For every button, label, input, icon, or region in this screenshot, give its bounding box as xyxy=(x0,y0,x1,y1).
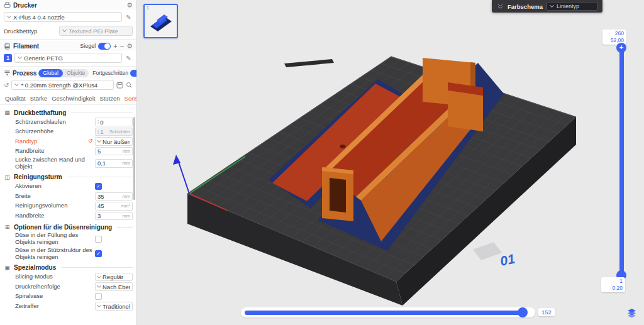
text-input[interactable]: 3mm xyxy=(95,212,133,221)
tab-qualität[interactable]: Qualität xyxy=(5,95,26,102)
input-value: 35 xyxy=(97,193,121,200)
advanced-toggle[interactable] xyxy=(130,70,137,77)
bed-type-value: Textured PEI Plate xyxy=(69,28,129,35)
collapse-legend-icon[interactable] xyxy=(497,3,504,9)
layer-slider-top-handle[interactable]: + xyxy=(616,43,626,53)
section-divider xyxy=(71,113,133,113)
process-preset-select[interactable]: * 0.20mm Strength @XPlus4 xyxy=(11,80,114,90)
scope-objects[interactable]: Objekte xyxy=(63,70,89,76)
setting-label: Lücke zwischen Rand und Objekt xyxy=(4,157,95,170)
printer-gear-icon[interactable]: ⚙ xyxy=(126,2,133,9)
filament-edit-icon[interactable]: ✎ xyxy=(125,55,133,62)
select-value: Nur äußerer .. xyxy=(103,138,130,145)
select[interactable]: Regulär xyxy=(95,273,133,282)
bed-type-label: Druckbetttyp xyxy=(4,28,57,35)
tab-stützen[interactable]: Stützen xyxy=(99,95,119,102)
setting-row: Slicing-ModusRegulär xyxy=(4,273,133,282)
layer-slider-track[interactable] xyxy=(619,48,624,279)
chevron-down-icon xyxy=(18,55,22,59)
spinner-arrows[interactable]: ▴▾ xyxy=(97,119,99,124)
bed-type-select[interactable]: Textured PEI Plate xyxy=(59,26,133,36)
input-unit: Schichten xyxy=(109,129,130,135)
layers-view-button[interactable] xyxy=(626,307,637,318)
siegel-label: Siegel xyxy=(80,43,96,49)
setting-label: Düse in der Füllung des Objekts reinigen xyxy=(4,232,95,246)
spinner-arrows[interactable]: ▴▾ xyxy=(97,129,99,135)
select[interactable]: Nur äußerer .. xyxy=(95,137,133,146)
process-header: Prozess Global Objekte Fortgeschritten xyxy=(0,68,136,78)
search-icon[interactable] xyxy=(126,82,133,89)
input-unit: mm xyxy=(123,160,131,166)
setting-label: Düse in der Stützstruktur des Objekts re… xyxy=(4,247,95,261)
process-preset-row: ↺ * 0.20mm Strength @XPlus4 xyxy=(0,78,136,92)
layers-icon xyxy=(626,307,637,318)
text-input[interactable]: 45mm³ xyxy=(95,202,133,211)
checkbox[interactable] xyxy=(95,293,102,300)
plate-thumbnail-preview xyxy=(145,5,177,37)
chevron-down-icon xyxy=(7,14,11,18)
input-value: 5 xyxy=(97,148,121,155)
save-preset-icon[interactable] xyxy=(116,82,123,89)
text-input[interactable]: 5mm xyxy=(95,147,133,156)
move-slider-handle[interactable] xyxy=(518,307,528,317)
process-preset-value: * 0.20mm Strength @XPlus4 xyxy=(21,82,110,89)
setting-label: Aktivieren xyxy=(4,183,95,190)
setting-control: ↺Nur äußerer .. xyxy=(95,137,133,146)
tab-sonstige[interactable]: Sonstige xyxy=(125,95,137,102)
input-value: 1 xyxy=(100,128,108,135)
printer-preset-select[interactable]: X-Plus 4 0.4 nozzle xyxy=(4,12,122,22)
select[interactable]: Traditionell xyxy=(95,302,133,311)
text-input[interactable]: 35mm xyxy=(95,192,133,201)
setting-label: Reinigungsvolumen xyxy=(4,202,95,209)
select-value: Regulär xyxy=(103,273,123,280)
select[interactable]: Nach Ebene xyxy=(95,282,133,291)
section-divider xyxy=(117,227,133,228)
checkbox[interactable]: ✓ xyxy=(95,183,102,190)
chevron-down-icon xyxy=(97,284,101,288)
section-icon: ▣ xyxy=(4,265,11,271)
move-slider[interactable] xyxy=(241,307,535,317)
process-tabs: QualitätStärkeGeschwindigkeitStützenSons… xyxy=(0,92,136,105)
tab-stärke[interactable]: Stärke xyxy=(30,95,47,102)
input-unit: mm³ xyxy=(121,203,130,209)
text-input[interactable]: 0,1mm xyxy=(95,159,133,168)
filament-preset-select[interactable]: Generic PETG xyxy=(14,53,122,63)
setting-control xyxy=(95,236,133,243)
spinner-input[interactable]: ▴▾0 xyxy=(95,118,133,126)
setting-row: Reinigungsvolumen45mm³ xyxy=(4,202,133,211)
reset-value-icon[interactable]: ↺ xyxy=(88,138,93,144)
plate-thumbnail[interactable]: 1 xyxy=(143,4,178,38)
bed-handle-notch xyxy=(284,59,334,67)
setting-control: Traditionell xyxy=(95,302,133,311)
process-scope-switch[interactable]: Global Objekte xyxy=(38,69,89,77)
slicer-app: 01 Drucker ⚙ X-Plus 4 0.4 nozzle ✎ Druck… xyxy=(0,0,644,325)
advanced-label: Fortgeschritten xyxy=(92,70,128,76)
setting-row: DruckreihenfolgeNach Ebene xyxy=(4,282,133,291)
setting-label: Slicing-Modus xyxy=(4,273,95,280)
chevron-down-icon xyxy=(550,3,554,8)
settings-list: ▦DruckbetthaftungSchürzenschlaufen▴▾0Sch… xyxy=(0,105,136,311)
section-title: Druckbetthaftung xyxy=(14,109,66,116)
input-value: 45 xyxy=(97,202,119,209)
section-header: ◫Reinigungsturm xyxy=(4,174,133,181)
color-scheme-select[interactable]: Linientyp xyxy=(547,2,597,11)
chevron-down-icon xyxy=(14,82,19,86)
section-icon: ◫ xyxy=(4,174,11,180)
siegel-toggle[interactable] xyxy=(98,43,111,50)
checkbox[interactable] xyxy=(95,236,102,243)
input-value: 0,1 xyxy=(97,160,121,167)
filament-slot-badge[interactable]: 1 xyxy=(4,54,12,62)
remove-filament-button[interactable]: − xyxy=(120,43,124,49)
setting-row: Randbreite3mm xyxy=(4,211,133,220)
printer-edit-icon[interactable]: ✎ xyxy=(125,14,133,21)
tab-geschwindigkeit[interactable]: Geschwindigkeit xyxy=(52,95,95,102)
reset-process-icon[interactable]: ↺ xyxy=(4,82,9,89)
panel-scrollbar[interactable] xyxy=(133,117,135,200)
setting-control: ✓ xyxy=(95,250,133,257)
spinner-input[interactable]: ▴▾1Schichten xyxy=(95,128,133,136)
bed-wipe-pad xyxy=(473,242,502,260)
scope-global[interactable]: Global xyxy=(38,69,63,77)
checkbox[interactable]: ✓ xyxy=(95,250,102,257)
filament-gear-icon[interactable]: ⚙ xyxy=(126,43,133,50)
add-filament-button[interactable]: + xyxy=(113,43,117,49)
